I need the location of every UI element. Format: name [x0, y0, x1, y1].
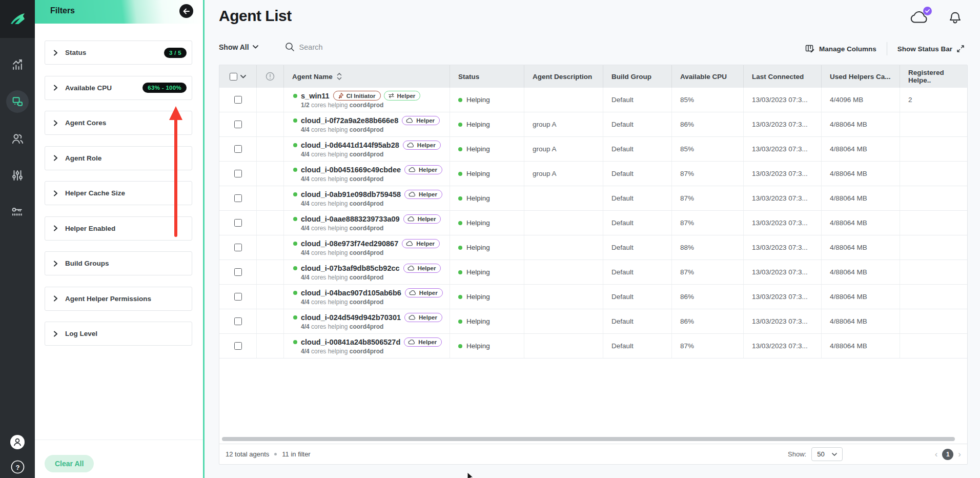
table-row[interactable]: cloud_i-08e973f74ed290867 Helper 4/4 cor… — [219, 235, 967, 260]
agent-name-cell: cloud_i-0ab91e098db759458 Helper 4/4 cor… — [284, 186, 450, 210]
nav-agents-active[interactable] — [0, 85, 35, 118]
last-connected-cell: 13/03/2023 07:3... — [744, 285, 822, 309]
status-dot — [458, 123, 462, 127]
manage-columns-icon — [805, 44, 815, 53]
status-cell: Helping — [450, 162, 524, 186]
row-checkbox[interactable] — [234, 194, 242, 202]
filters-footer-divider — [35, 440, 203, 440]
cloud-check-badge — [923, 7, 932, 15]
selection-menu-chevron-icon — [240, 75, 246, 78]
collapse-filters-button[interactable] — [179, 4, 193, 18]
cpu-cell: 88% — [672, 235, 744, 260]
cursor-icon — [467, 472, 474, 478]
clear-all-button[interactable]: Clear All — [45, 455, 94, 472]
cloud-icon — [406, 241, 414, 246]
column-header-build-group[interactable]: Build Group — [603, 65, 672, 88]
table-row[interactable]: cloud_i-0f72a9a2e88b666e8 Helper 4/4 cor… — [219, 112, 967, 137]
arrow-left-icon — [183, 8, 190, 14]
current-page-button[interactable]: 1 — [942, 449, 953, 460]
tag-ci: CI Initiator — [333, 91, 381, 101]
nav-licenses[interactable] — [0, 196, 35, 229]
chevron-right-icon — [53, 331, 58, 337]
horizontal-scrollbar[interactable] — [222, 437, 965, 441]
filter-accordion-item[interactable]: Log Level — [45, 322, 192, 346]
nav-users[interactable] — [0, 122, 35, 155]
scrollbar-thumb[interactable] — [222, 437, 955, 441]
toolbar-divider — [887, 42, 887, 55]
column-header-available-cpu[interactable]: Available CPU — [672, 65, 744, 88]
cloud-status-button[interactable] — [910, 10, 929, 24]
help-button[interactable]: ? — [11, 460, 25, 474]
status-cell: Helping — [450, 309, 524, 333]
agent-name: cloud_i-0f72a9a2e88b666e8 — [301, 116, 398, 125]
filter-label: Log Level — [65, 330, 97, 337]
filter-accordion-item[interactable]: Status 3 / 5 — [45, 41, 192, 65]
table-row[interactable]: cloud_i-0aae8883239733a09 Helper 4/4 cor… — [219, 211, 967, 235]
table-row[interactable]: cloud_i-0b0451669c49cbdee Helper 4/4 cor… — [219, 162, 967, 186]
row-checkbox[interactable] — [234, 145, 242, 153]
agent-name: cloud_i-024d549d942b70301 — [301, 313, 401, 322]
user-avatar[interactable] — [10, 434, 25, 450]
row-checkbox[interactable] — [234, 170, 242, 177]
column-header-used-helpers[interactable]: Used Helpers Ca... — [822, 65, 900, 88]
column-header-last-connected[interactable]: Last Connected — [744, 65, 822, 88]
agent-subtext: 4/4 cores helping coord4prod — [301, 298, 383, 306]
tag-helper-purple: Helper — [404, 337, 442, 347]
row-checkbox[interactable] — [234, 96, 242, 104]
nav-settings[interactable] — [0, 159, 35, 192]
table-row[interactable]: cloud_i-07b3af9db85cb92cc Helper 4/4 cor… — [219, 260, 967, 285]
page-size-select[interactable]: 50 — [811, 447, 842, 461]
row-checkbox[interactable] — [234, 268, 242, 276]
row-checkbox[interactable] — [234, 244, 242, 251]
used-helpers-cell: 4/88064 MB — [822, 260, 900, 284]
chevron-right-icon — [53, 85, 58, 91]
agent-name-cell: cloud_i-0aae8883239733a09 Helper 4/4 cor… — [284, 211, 450, 235]
agent-tags: Helper — [403, 264, 441, 273]
row-alert-cell — [257, 334, 284, 358]
next-page-button[interactable]: › — [958, 450, 961, 459]
row-alert-cell — [257, 137, 284, 161]
agent-name-cell: cloud_i-07b3af9db85cb92cc Helper 4/4 cor… — [284, 260, 450, 284]
table-row[interactable]: cloud_i-00841a24b8506527d Helper 4/4 cor… — [219, 334, 967, 358]
row-alert-cell — [257, 88, 284, 112]
table-row[interactable]: s_win11 CI InitiatorHelper 1/2 cores hel… — [219, 88, 967, 112]
filter-accordion-item[interactable]: Agent Helper Permissions — [45, 287, 192, 311]
select-all-cell[interactable] — [219, 65, 257, 88]
column-header-agent-name[interactable]: Agent Name — [284, 65, 450, 88]
column-header-status[interactable]: Status — [450, 65, 524, 88]
row-select-cell — [219, 309, 257, 333]
column-header-registered-helpers[interactable]: Registered Helpe.. — [900, 65, 967, 88]
last-connected-cell: 13/03/2023 07:3... — [744, 211, 822, 235]
agent-subtext: 4/4 cores helping coord4prod — [301, 175, 383, 183]
table-row[interactable]: cloud_i-024d549d942b70301 Helper 4/4 cor… — [219, 309, 967, 334]
search-input[interactable]: Search — [285, 42, 323, 52]
column-header-description[interactable]: Agent Description — [524, 65, 603, 88]
row-checkbox[interactable] — [234, 219, 242, 227]
nav-dashboard[interactable] — [0, 48, 35, 81]
table-row[interactable]: cloud_i-0ab91e098db759458 Helper 4/4 cor… — [219, 186, 967, 211]
filter-accordion-item[interactable]: Available CPU 63% - 100% — [45, 76, 192, 100]
prev-page-button[interactable]: ‹ — [935, 450, 938, 459]
filter-accordion-item[interactable]: Agent Role — [45, 146, 192, 170]
filter-accordion-item[interactable]: Helper Enabled — [45, 216, 192, 241]
row-checkbox[interactable] — [234, 293, 242, 301]
pin-icon — [337, 92, 344, 99]
table-row[interactable]: cloud_i-0d6441d144f95ab28 Helper 4/4 cor… — [219, 137, 967, 162]
row-checkbox[interactable] — [234, 121, 242, 128]
cloud-icon — [409, 167, 416, 172]
table-row[interactable]: cloud_i-04bac907d105ab6b6 Helper 4/4 cor… — [219, 285, 967, 309]
row-checkbox[interactable] — [234, 317, 242, 325]
app-logo[interactable] — [0, 0, 35, 38]
agent-name: cloud_i-0b0451669c49cbdee — [301, 166, 401, 174]
select-all-checkbox[interactable] — [230, 73, 237, 81]
show-status-bar-button[interactable]: Show Status Bar — [897, 45, 965, 53]
agent-tags: Helper — [404, 190, 442, 199]
status-dot — [458, 270, 462, 274]
status-cell: Helping — [450, 235, 524, 260]
filter-accordion-item[interactable]: Build Groups — [45, 251, 192, 275]
filter-accordion-item[interactable]: Helper Cache Size — [45, 181, 192, 205]
manage-columns-button[interactable]: Manage Columns — [805, 44, 876, 53]
notifications-button[interactable] — [949, 9, 962, 24]
show-all-dropdown[interactable]: Show All — [219, 43, 258, 51]
row-checkbox[interactable] — [234, 342, 242, 350]
